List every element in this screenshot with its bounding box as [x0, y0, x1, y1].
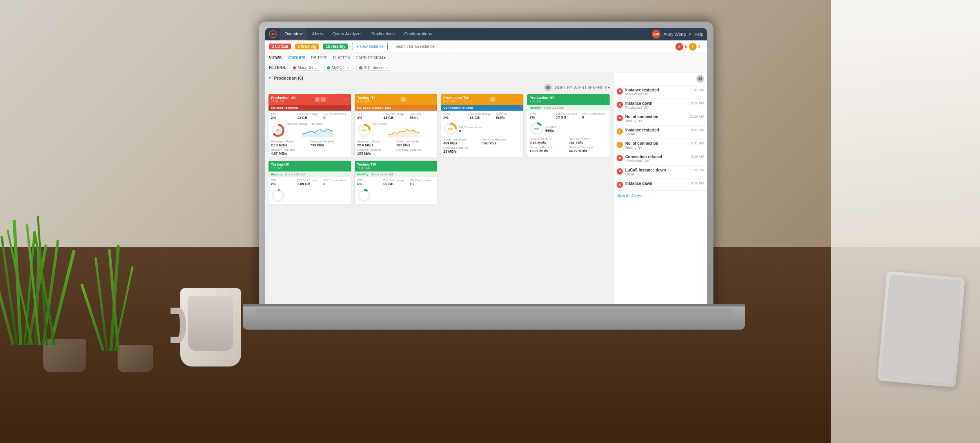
metric-label: Statement Read: [357, 140, 396, 143]
pause-bar-2: [701, 77, 702, 80]
metric-cpu: CPU 2%: [443, 112, 468, 120]
memory-chart-area: 90 Memory Usage - last hour: [269, 121, 351, 139]
card-testing-uk: Testing-UK 1:01 AM ⋮ Healthy Since 1:01 …: [268, 160, 351, 204]
alert-content: No. of connection Testing-NY: [625, 141, 689, 149]
card-menu[interactable]: ⋮: [431, 97, 435, 102]
filter-mariadb[interactable]: MariaDB ✓: [290, 65, 320, 71]
nav-tab-overview[interactable]: Overview: [280, 28, 307, 40]
tablet: [877, 271, 965, 387]
filter-sqlserver[interactable]: SQL Server ✓: [356, 65, 392, 71]
db-type-option[interactable]: DB TYPE: [311, 56, 328, 60]
metric-value: 733 kb/s: [310, 143, 348, 147]
metric-db-disk: DB Disk Usage 13 GB: [556, 112, 581, 119]
sort-label[interactable]: SORT BY: ALERT SEVERITY ▾: [555, 86, 610, 90]
laptop-base: [243, 304, 745, 330]
memory-donut: [357, 188, 371, 202]
memory-gauge: 50%: [443, 122, 457, 136]
healthy-label: Healthy: [271, 173, 282, 176]
alert-sub: Production-UK: [625, 106, 686, 109]
card-time: 11:41 AM: [357, 166, 376, 170]
metric-label: CPU: [271, 112, 296, 116]
card-production-uk: Production-UK 11:41 AM 2 1 ⋮: [268, 94, 351, 157]
notif-warning-count: 3: [698, 44, 701, 49]
card-time: 11:41 AM: [271, 100, 296, 103]
card-name: Production-TW: [443, 96, 469, 100]
mariadb-dot: [293, 66, 296, 69]
nav-tab-query-analyzer[interactable]: Query Analyzer: [328, 28, 367, 40]
alert-icon: ✕: [617, 102, 623, 108]
card-menu[interactable]: ⋮: [517, 97, 521, 102]
card-menu[interactable]: ⋮: [431, 164, 435, 168]
card-menu[interactable]: ⋮: [603, 97, 607, 102]
badge-1: 2: [315, 97, 319, 102]
card-header-testing-ny: Testing-NY 9:30 AM 1 ⋮: [355, 94, 437, 105]
alert-time: 11:36 PM: [689, 168, 704, 172]
metric-cpu: CPU 2%: [271, 112, 296, 120]
laptop: Overview Alerts Query Analyzer Replicati…: [259, 22, 729, 320]
metric-label: CPU: [271, 179, 296, 182]
card-time: 9:30 AM: [357, 100, 376, 103]
cup-handle: [171, 308, 186, 343]
panel-pause-button[interactable]: [696, 75, 704, 83]
filters-label: FILTERS:: [269, 66, 286, 70]
card-metrics-top: CPU 2% DB Disk Usage 13 GB Q: [441, 111, 523, 121]
filter-mysql[interactable]: MySQL ✓: [324, 65, 352, 71]
laptop-lid: Overview Alerts Query Analyzer Replicati…: [259, 22, 713, 320]
top-nav: Overview Alerts Query Analyzer Replicati…: [265, 28, 707, 40]
card-metrics-top: CPU 2% DB Disk Usage 13 GB D: [269, 111, 351, 121]
nav-tab-alerts[interactable]: Alerts: [307, 28, 328, 40]
help-link[interactable]: Help: [694, 32, 703, 36]
metric-net-trans: Network Transmit 44.27 MB/s: [569, 146, 607, 153]
tablet-screen: [881, 274, 962, 384]
view-all-alerts[interactable]: View All Alerts ›: [613, 191, 707, 201]
card-production-ny: Production-NY 1:31 AM ⋮ Healthy Since 1:…: [527, 94, 610, 157]
alert-banner: Instance restarted: [269, 105, 351, 111]
screen-bezel: Overview Alerts Query Analyzer Replicati…: [265, 28, 707, 306]
user-avatar: AW: [652, 30, 661, 38]
metric-value: 56 GB: [383, 182, 408, 186]
alert-sub: Production-UK: [625, 92, 687, 96]
sub-toolbar: 3 Critical 6 Warning 15 Healthy + New In…: [265, 40, 707, 53]
new-instance-button[interactable]: + New Instance: [352, 43, 388, 50]
flatten-option[interactable]: FLATTEN: [333, 56, 350, 60]
metric-label: DB Connections: [582, 112, 607, 115]
memory-gauge: 40%: [530, 122, 544, 136]
healthy-time: Since 1:01 AM: [285, 173, 305, 176]
card-title-production-uk: Production-UK 11:41 AM: [271, 96, 296, 103]
cards-grid-row2: Testing-UK 1:01 AM ⋮ Healthy Since 1:01 …: [268, 160, 610, 204]
card-header-production-ny: Production-NY 1:31 AM ⋮: [527, 94, 610, 105]
nav-tab-configurations[interactable]: Configurations: [399, 28, 437, 40]
metric-value: 2%: [357, 116, 382, 120]
warning-badge: 6 Warning: [295, 44, 319, 49]
notif-warning: !: [689, 43, 697, 51]
metric-label: Network Receive: [357, 148, 396, 151]
metric-value: 2%: [443, 116, 468, 120]
views-bar: VIEWS: GROUPS DB TYPE FLATTEN CARD DESIG…: [265, 53, 707, 63]
card-menu[interactable]: ⋮: [345, 164, 348, 168]
card-header-testing-tw: Testing-TW 11:41 AM ⋮: [355, 161, 437, 171]
metric-value: 9: [582, 115, 607, 119]
metric-db-conn: DB Connections 18: [410, 179, 435, 186]
alert-title: Instance restarted: [625, 128, 689, 132]
nav-tab-replications[interactable]: Replications: [367, 28, 399, 40]
card-design-option[interactable]: CARD DESIGN ▾: [356, 56, 386, 60]
metric-label: Statement Read: [530, 137, 568, 141]
metric-db-disk: DB Disk Usage 56 GB: [383, 179, 408, 186]
card-production-tw: Production-TW 8:30 AM 1 ⋮ Connection: [441, 94, 524, 157]
mini-chart-area: CPU Load: [373, 122, 435, 138]
card-metrics-top: CPU 5% DB Disk Usage 56 GB D: [355, 177, 437, 188]
card-time: 8:30 AM: [443, 100, 469, 103]
alert-icon: ✕: [617, 88, 623, 95]
metric-stmt-read: Statement Read 2.13 MB/s: [271, 140, 309, 147]
metric-value: 103 kb/s: [357, 151, 396, 155]
alert-item-4: ! No. of connection Testing-NY 6:31 AM: [613, 139, 707, 152]
search-input[interactable]: [392, 43, 454, 50]
groups-option[interactable]: GROUPS: [289, 56, 305, 60]
metric-value: 22.6 MB/s: [357, 143, 396, 147]
mariadb-check: ✓: [314, 66, 318, 70]
healthy-time: Since 11:41 AM: [371, 173, 393, 176]
alert-title: LuCaS Instance down: [625, 168, 686, 172]
metric-label: Network Transmit: [569, 146, 607, 149]
card-menu[interactable]: ⋮: [345, 97, 348, 102]
pause-button[interactable]: [544, 84, 552, 91]
